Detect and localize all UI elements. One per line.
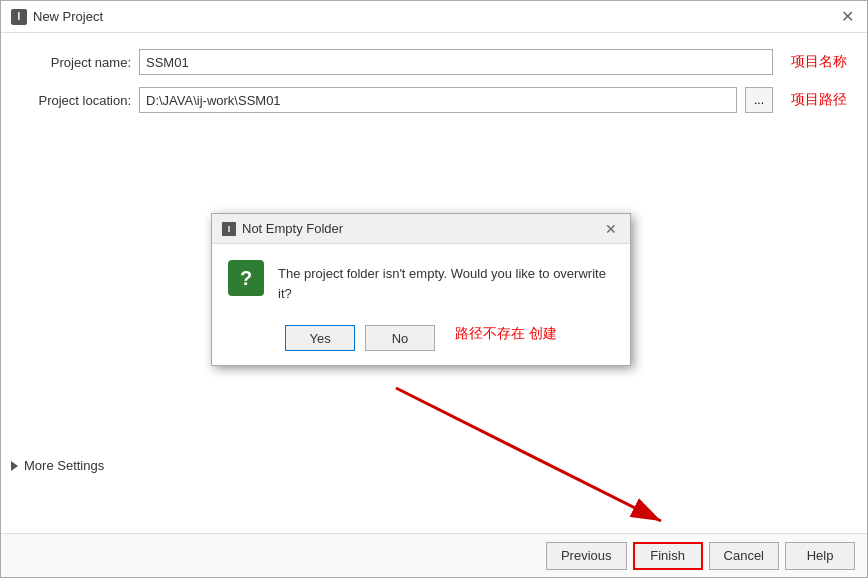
window-title: New Project [33,9,103,24]
finish-button[interactable]: Finish [633,542,703,570]
dialog-body: ? The project folder isn't empty. Would … [212,244,630,317]
dialog-title-left: I Not Empty Folder [222,221,343,236]
help-button[interactable]: Help [785,542,855,570]
svg-line-1 [396,388,661,521]
yes-button[interactable]: Yes [285,325,355,351]
bottom-bar: Previous Finish Cancel Help [1,533,867,577]
title-bar-left: I New Project [11,9,103,25]
not-empty-folder-dialog: I Not Empty Folder ✕ ? The project folde… [211,213,631,366]
main-window: I New Project ✕ Project name: 项目名称 Proje… [0,0,868,578]
dialog-title-bar: I Not Empty Folder ✕ [212,214,630,244]
title-bar: I New Project ✕ [1,1,867,33]
question-icon: ? [228,260,264,296]
dialog-buttons: Yes No 路径不存在 创建 [212,317,630,365]
more-settings[interactable]: More Settings [11,458,104,473]
cancel-button[interactable]: Cancel [709,542,779,570]
project-name-label: Project name: [21,55,131,70]
project-location-annotation: 项目路径 [791,91,847,109]
dialog-annotation: 路径不存在 创建 [455,325,557,351]
project-location-row: Project location: ... 项目路径 [21,87,847,113]
close-button[interactable]: ✕ [837,7,857,27]
browse-button[interactable]: ... [745,87,773,113]
project-location-label: Project location: [21,93,131,108]
content-area: Project name: 项目名称 Project location: ...… [1,33,867,533]
project-name-row: Project name: 项目名称 [21,49,847,75]
project-location-input[interactable] [139,87,737,113]
project-name-annotation: 项目名称 [791,53,847,71]
dialog-app-icon: I [222,222,236,236]
dialog-wrapper: I Not Empty Folder ✕ ? The project folde… [211,213,631,366]
dialog-title: Not Empty Folder [242,221,343,236]
chevron-right-icon [11,461,18,471]
dialog-message: The project folder isn't empty. Would yo… [278,260,614,303]
previous-button[interactable]: Previous [546,542,627,570]
project-name-input[interactable] [139,49,773,75]
no-button[interactable]: No [365,325,435,351]
app-icon: I [11,9,27,25]
more-settings-label: More Settings [24,458,104,473]
dialog-close-button[interactable]: ✕ [602,220,620,238]
